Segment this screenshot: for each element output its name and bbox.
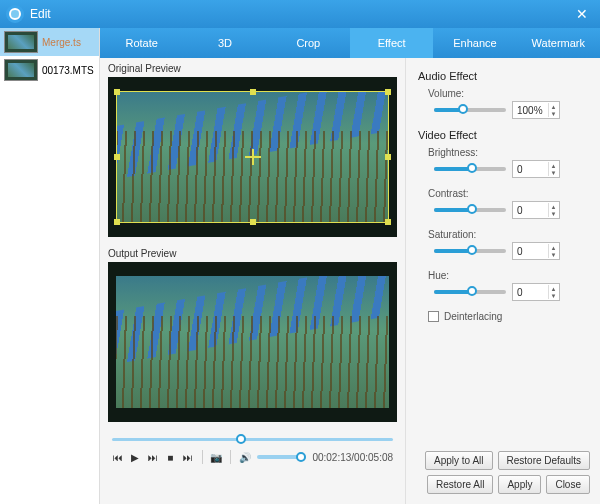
apply-button[interactable]: Apply — [498, 475, 541, 494]
volume-icon[interactable]: 🔊 — [239, 450, 251, 464]
tab-crop[interactable]: Crop — [267, 28, 350, 58]
sidebar-item-label: 00173.MTS — [42, 65, 94, 76]
crosshair-icon — [245, 149, 261, 165]
crop-handle[interactable] — [385, 219, 391, 225]
end-button[interactable]: ⏭ — [182, 450, 194, 464]
slider-thumb[interactable] — [296, 452, 306, 462]
sidebar-item-label: Merge.ts — [42, 37, 81, 48]
slider-thumb[interactable] — [467, 286, 477, 296]
tab-3d[interactable]: 3D — [183, 28, 266, 58]
crop-handle[interactable] — [114, 219, 120, 225]
close-button[interactable]: Close — [546, 475, 590, 494]
spin-down-icon[interactable]: ▼ — [548, 292, 558, 299]
output-preview — [108, 262, 397, 422]
volume-label: Volume: — [428, 88, 588, 99]
slider-thumb[interactable] — [467, 163, 477, 173]
restore-defaults-button[interactable]: Restore Defaults — [498, 451, 590, 470]
thumbnail-icon — [4, 59, 38, 81]
brightness-slider[interactable] — [434, 167, 506, 171]
saturation-spinner[interactable]: 0▲▼ — [512, 242, 560, 260]
crop-handle[interactable] — [250, 89, 256, 95]
tab-effect[interactable]: Effect — [350, 28, 433, 58]
crop-handle[interactable] — [385, 154, 391, 160]
slider-thumb[interactable] — [467, 204, 477, 214]
restore-all-button[interactable]: Restore All — [427, 475, 493, 494]
close-icon[interactable]: ✕ — [570, 6, 594, 22]
play-button[interactable]: ▶ — [130, 450, 142, 464]
timecode: 00:02:13/00:05:08 — [312, 452, 393, 463]
spin-down-icon[interactable]: ▼ — [548, 169, 558, 176]
tab-enhance[interactable]: Enhance — [433, 28, 516, 58]
slider-thumb[interactable] — [467, 245, 477, 255]
spin-up-icon[interactable]: ▲ — [548, 162, 558, 169]
spin-up-icon[interactable]: ▲ — [548, 285, 558, 292]
spin-down-icon[interactable]: ▼ — [548, 210, 558, 217]
effect-panel: Audio Effect Volume: 100% ▲▼ Video Effec… — [405, 58, 600, 504]
deinterlacing-checkbox[interactable] — [428, 311, 439, 322]
saturation-slider[interactable] — [434, 249, 506, 253]
audio-effect-heading: Audio Effect — [418, 70, 588, 82]
prev-button[interactable]: ⏮ — [112, 450, 124, 464]
hue-label: Hue: — [428, 270, 588, 281]
saturation-label: Saturation: — [428, 229, 588, 240]
stop-button[interactable]: ■ — [165, 450, 177, 464]
original-preview[interactable] — [108, 77, 397, 237]
playback-volume-slider[interactable] — [257, 455, 306, 459]
crop-handle[interactable] — [250, 219, 256, 225]
crop-handle[interactable] — [114, 89, 120, 95]
next-button[interactable]: ⏭ — [147, 450, 159, 464]
spin-up-icon[interactable]: ▲ — [548, 103, 558, 110]
tab-watermark[interactable]: Watermark — [517, 28, 600, 58]
app-icon — [6, 5, 24, 23]
tab-rotate[interactable]: Rotate — [100, 28, 183, 58]
spin-up-icon[interactable]: ▲ — [548, 244, 558, 251]
contrast-label: Contrast: — [428, 188, 588, 199]
crop-rectangle[interactable] — [116, 91, 389, 223]
snapshot-button[interactable]: 📷 — [210, 450, 222, 464]
crop-handle[interactable] — [114, 154, 120, 160]
contrast-slider[interactable] — [434, 208, 506, 212]
preview-column: Original Preview Output — [100, 58, 405, 504]
hue-slider[interactable] — [434, 290, 506, 294]
brightness-label: Brightness: — [428, 147, 588, 158]
slider-thumb[interactable] — [458, 104, 468, 114]
deinterlacing-label: Deinterlacing — [444, 311, 502, 322]
apply-to-all-button[interactable]: Apply to All — [425, 451, 492, 470]
output-preview-label: Output Preview — [100, 243, 405, 262]
hue-spinner[interactable]: 0▲▼ — [512, 283, 560, 301]
crop-handle[interactable] — [385, 89, 391, 95]
spin-up-icon[interactable]: ▲ — [548, 203, 558, 210]
timeline-thumb[interactable] — [236, 434, 246, 444]
original-preview-label: Original Preview — [100, 58, 405, 77]
sidebar-item-00173[interactable]: 00173.MTS — [0, 56, 99, 84]
spin-down-icon[interactable]: ▼ — [548, 251, 558, 258]
volume-slider[interactable] — [434, 108, 506, 112]
spin-down-icon[interactable]: ▼ — [548, 110, 558, 117]
thumbnail-icon — [4, 31, 38, 53]
playback-controls: ⏮ ▶ ⏭ ■ ⏭ 📷 🔊 00:02:13/00:05:08 — [100, 446, 405, 472]
window-title: Edit — [30, 7, 51, 21]
file-sidebar: Merge.ts 00173.MTS — [0, 28, 100, 504]
sidebar-item-merge[interactable]: Merge.ts — [0, 28, 99, 56]
timeline-slider[interactable] — [112, 434, 393, 444]
tab-bar: Rotate 3D Crop Effect Enhance Watermark — [100, 28, 600, 58]
titlebar: Edit ✕ — [0, 0, 600, 28]
volume-spinner[interactable]: 100% ▲▼ — [512, 101, 560, 119]
video-effect-heading: Video Effect — [418, 129, 588, 141]
brightness-spinner[interactable]: 0▲▼ — [512, 160, 560, 178]
contrast-spinner[interactable]: 0▲▼ — [512, 201, 560, 219]
